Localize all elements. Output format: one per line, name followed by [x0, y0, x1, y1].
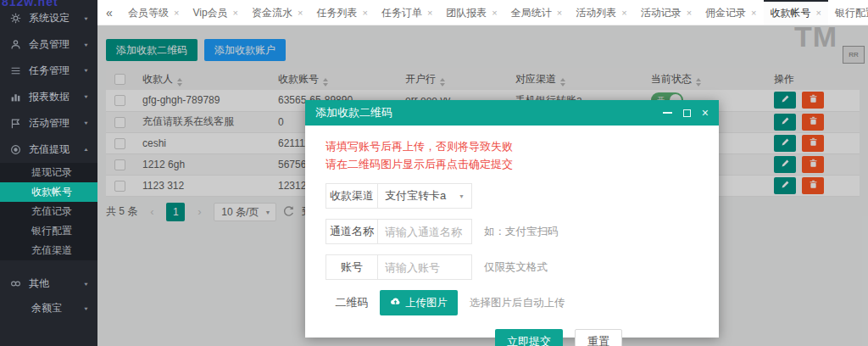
- sidebar-item-1[interactable]: 会员管理 ▼: [0, 31, 97, 58]
- modal-footer: 立即提交 重置: [326, 329, 719, 346]
- close-icon[interactable]: ×: [702, 107, 709, 119]
- warning-text-1: 请填写账号后再上传，否则将导致失败: [326, 137, 719, 155]
- tab-close-icon[interactable]: ×: [233, 8, 238, 18]
- tab-1[interactable]: Vip会员 ×: [186, 0, 245, 25]
- minimize-icon[interactable]: [663, 112, 672, 114]
- add-qr-modal: 添加收款二维码 × 请填写账号后再上传，否则将导致失败 请在二维码图片显示后再点…: [305, 100, 719, 338]
- channel-name-hint: 如：支付宝扫码: [484, 225, 559, 239]
- cloud-upload-icon: [390, 297, 401, 309]
- account-input[interactable]: [377, 254, 472, 280]
- account-label: 账号: [326, 254, 378, 280]
- tab-4[interactable]: 任务订单 ×: [375, 0, 439, 25]
- tab-8[interactable]: 活动记录 ×: [634, 0, 698, 25]
- submenu-item-4[interactable]: 充值渠道: [0, 241, 97, 260]
- qrcode-row: 二维码 上传图片 选择图片后自动上传: [326, 290, 719, 315]
- sidebar-item-label: 任务管理: [29, 64, 70, 78]
- sidebar-item-label: 活动管理: [29, 116, 70, 131]
- tab-3[interactable]: 任务列表 ×: [309, 0, 374, 25]
- tab-bar: « 会员等级 × Vip会员 × 资金流水 × 任务列表 × 任务订单 × 团队…: [97, 0, 868, 25]
- tab-0[interactable]: 会员等级 ×: [121, 0, 186, 25]
- tab-6[interactable]: 全局统计 ×: [504, 0, 569, 25]
- tab-close-icon[interactable]: ×: [174, 8, 179, 18]
- sidebar-lower: 其他 ▼ 余额宝 ▼: [0, 271, 97, 320]
- reset-button[interactable]: 重置: [575, 329, 622, 346]
- tasks-icon: [10, 65, 22, 77]
- upload-image-button[interactable]: 上传图片: [380, 290, 458, 315]
- tab-close-icon[interactable]: ×: [492, 8, 497, 18]
- channel-field-row: 收款渠道 支付宝转卡a ▼: [326, 183, 719, 209]
- sidebar-item-3[interactable]: 报表数据 ▼: [0, 84, 97, 110]
- sidebar-item-label: 系统设定: [29, 11, 70, 25]
- channel-field-label: 收款渠道: [326, 183, 378, 209]
- qrcode-hint: 选择图片后自动上传: [470, 296, 565, 310]
- chevron-up-icon: ▲: [83, 148, 89, 153]
- tab-close-icon[interactable]: ×: [621, 8, 626, 18]
- sidebar-item-label: 余额宝: [31, 301, 62, 315]
- chevron-down-icon: ▼: [83, 95, 89, 100]
- tab-close-icon[interactable]: ×: [362, 8, 367, 18]
- chevron-down-icon: ▼: [83, 42, 89, 47]
- modal-title-bar: 添加收款二维码 ×: [305, 100, 719, 126]
- warning-text-2: 请在二维码图片显示后再点击确定提交: [326, 155, 719, 173]
- tab-close-icon[interactable]: ×: [427, 8, 432, 18]
- tab-close-icon[interactable]: ×: [687, 8, 692, 18]
- dots-icon: [10, 278, 22, 290]
- qrcode-label: 二维码: [326, 290, 378, 315]
- tab-close-icon[interactable]: ×: [557, 8, 562, 18]
- sidebar-submenu: 提现记录收款帐号充值记录银行配置充值渠道: [0, 163, 97, 260]
- sidebar-lower-item-0[interactable]: 其他 ▼: [0, 271, 97, 297]
- tab-7[interactable]: 活动列表 ×: [569, 0, 633, 25]
- sidebar-item-label: 报表数据: [29, 90, 70, 104]
- content-area: TM RR 添加收款二维码 添加收款账户 收款人 收款账号 开户行 对应渠道 当…: [97, 25, 868, 346]
- site-watermark: 812w.net: [2, 0, 58, 8]
- modal-title: 添加收款二维码: [315, 105, 392, 120]
- chart-icon: [10, 92, 22, 103]
- channel-name-input[interactable]: [377, 219, 472, 244]
- user-icon: [10, 39, 22, 51]
- tab-close-icon[interactable]: ×: [751, 8, 756, 18]
- chevron-down-icon: ▼: [83, 306, 89, 311]
- tabs-collapse-icon[interactable]: «: [97, 0, 121, 25]
- sidebar-item-4[interactable]: 活动管理 ▼: [0, 110, 97, 137]
- tab-2[interactable]: 资金流水 ×: [245, 0, 309, 25]
- sidebar: 系统设定 ▼ 会员管理 ▼ 任务管理 ▼ 报表数据 ▼ 活动管理 ▼ 充值提现 …: [0, 0, 97, 346]
- submenu-item-3[interactable]: 银行配置: [0, 221, 97, 241]
- tab-close-icon[interactable]: ×: [298, 8, 303, 18]
- tab-list: 会员等级 × Vip会员 × 资金流水 × 任务列表 × 任务订单 × 团队报表…: [121, 0, 868, 25]
- tab-close-icon[interactable]: ×: [816, 8, 821, 18]
- modal-body: 请填写账号后再上传，否则将导致失败 请在二维码图片显示后再点击确定提交 收款渠道…: [305, 126, 719, 346]
- sidebar-item-label: 充值提现: [29, 142, 70, 157]
- maximize-icon[interactable]: [683, 109, 691, 117]
- tab-5[interactable]: 团队报表 ×: [439, 0, 504, 25]
- sidebar-lower-item-1[interactable]: 余额宝 ▼: [0, 297, 97, 320]
- channel-name-row: 通道名称 如：支付宝扫码: [326, 219, 719, 244]
- channel-name-label: 通道名称: [326, 219, 378, 244]
- submit-button[interactable]: 立即提交: [495, 329, 563, 346]
- account-row: 账号 仅限英文格式: [326, 254, 719, 280]
- submenu-item-1[interactable]: 收款帐号: [0, 182, 97, 202]
- tab-9[interactable]: 佣金记录 ×: [698, 0, 763, 25]
- gear-icon: [10, 13, 22, 25]
- chevron-down-icon: ▼: [83, 282, 89, 287]
- sidebar-item-0[interactable]: 系统设定 ▼: [0, 5, 97, 31]
- chevron-down-icon: ▼: [83, 16, 89, 21]
- sidebar-item-2[interactable]: 任务管理 ▼: [0, 58, 97, 84]
- chevron-down-icon: ▼: [83, 69, 89, 74]
- submenu-item-2[interactable]: 充值记录: [0, 202, 97, 221]
- sidebar-item-5[interactable]: 充值提现 ▲: [0, 137, 97, 163]
- payment-channel-select[interactable]: 支付宝转卡a ▼: [377, 183, 472, 209]
- submenu-item-0[interactable]: 提现记录: [0, 163, 97, 182]
- recharge-icon: [10, 144, 22, 156]
- activity-icon: [10, 118, 22, 130]
- chevron-down-icon: ▼: [83, 121, 89, 126]
- sidebar-item-label: 其他: [29, 276, 49, 291]
- account-hint: 仅限英文格式: [484, 260, 548, 275]
- chevron-down-icon: ▼: [459, 193, 465, 199]
- sidebar-item-label: 会员管理: [29, 37, 70, 52]
